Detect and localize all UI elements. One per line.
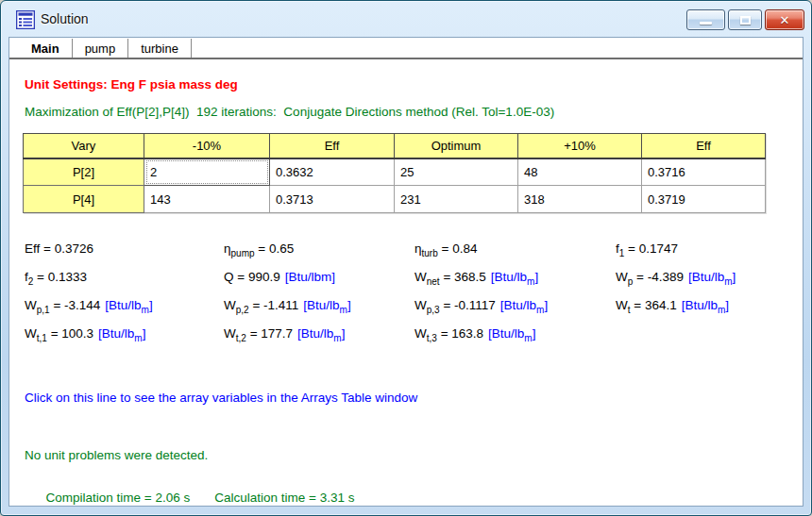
variable-name: Wp,3	[414, 298, 440, 312]
table-cell[interactable]: 0.3719	[642, 186, 766, 213]
variable-unit: [Btu/lbm]	[105, 298, 152, 312]
table-header-cell-3: Optimum	[395, 134, 518, 158]
table-cell[interactable]: 143	[144, 186, 270, 213]
table-cell[interactable]: 48	[518, 158, 642, 186]
table-header-cell-4: +10%	[518, 134, 642, 158]
variable-unit: [Btu/lbm]	[500, 298, 548, 312]
variables-grid: Eff = 0.3726ηpump = 0.65ηturb = 0.84f1 =…	[25, 241, 736, 355]
variable-name: Wp,2	[224, 298, 249, 312]
variable-name: Wnet	[414, 270, 440, 284]
tab-pump[interactable]: pump	[73, 39, 129, 58]
row-label-cell[interactable]: P[4]	[24, 186, 144, 213]
unit-settings-line: Unit Settings: Eng F psia mass deg	[25, 77, 238, 92]
variable-unit: [Btu/lbm]	[303, 298, 350, 312]
title-bar[interactable]: Solution ✕	[1, 1, 811, 37]
minimize-button[interactable]	[686, 9, 725, 30]
variable-unit: [Btu/lbm]	[285, 270, 335, 284]
variable-value: Wt,3 = 163.8[Btu/lbm]	[414, 326, 616, 355]
variable-value: Wt,1 = 100.3[Btu/lbm]	[25, 326, 224, 355]
unit-check-line: No unit problems were detected.	[25, 448, 208, 462]
close-button[interactable]: ✕	[765, 9, 804, 30]
variable-unit: [Btu/lbm]	[488, 326, 535, 341]
minimize-icon	[700, 22, 712, 25]
variable-name: ηpump	[224, 241, 255, 256]
variable-unit: [Btu/lbm]	[98, 326, 145, 341]
table-cell[interactable]: 2	[144, 158, 270, 186]
variable-value: Wp,1 = -3.144[Btu/lbm]	[25, 298, 224, 326]
table-header-cell-5: Eff	[642, 134, 766, 158]
variable-name: Wp	[616, 270, 633, 284]
variable-name: Wt,1	[25, 326, 47, 341]
arrays-table-link[interactable]: Click on this line to see the array vari…	[25, 391, 417, 405]
compilation-time: Compilation time = 2.06 s	[46, 491, 191, 505]
variable-value: ηpump = 0.65	[224, 241, 414, 270]
table-header-cell-2: Eff	[270, 134, 395, 158]
table-row: P[4]1430.37132313180.3719	[24, 186, 766, 213]
variable-value: f1 = 0.1747	[616, 241, 736, 270]
calculation-time: Calculation time = 3.31 s	[214, 491, 354, 505]
variable-empty	[616, 326, 736, 355]
timing-line: Compilation time = 2.06 sCalculation tim…	[25, 476, 354, 507]
maximize-button[interactable]	[728, 9, 762, 30]
tab-main[interactable]: Main	[19, 39, 73, 58]
solution-table-icon	[16, 10, 35, 29]
variable-name: Wp,1	[25, 298, 50, 312]
table-cell[interactable]: 318	[518, 186, 642, 213]
variable-value: Wp,2 = -1.411[Btu/lbm]	[224, 298, 414, 326]
variable-name: Wt,2	[224, 326, 246, 341]
window-title: Solution	[41, 11, 89, 26]
table-header-row: Vary-10%EffOptimum+10%Eff	[24, 134, 766, 158]
tab-turbine[interactable]: turbine	[128, 39, 192, 58]
maximize-icon	[740, 16, 751, 25]
table-row: P[2]20.363225480.3716	[24, 158, 766, 186]
variable-name: ηturb	[414, 241, 438, 256]
optimization-summary-line: Maximization of Eff(P[2],P[4]) 192 itera…	[25, 105, 554, 119]
table-cell[interactable]: 0.3632	[270, 158, 395, 186]
close-icon: ✕	[780, 14, 790, 26]
variable-value: ηturb = 0.84	[414, 241, 616, 270]
variable-name: Wt,3	[414, 326, 437, 341]
client-area: Mainpumpturbine Unit Settings: Eng F psi…	[8, 37, 804, 507]
variable-name: Wt	[616, 298, 631, 312]
variable-value: Q = 990.9[Btu/lbm]	[224, 270, 414, 298]
table-cell[interactable]: 0.3716	[642, 158, 766, 186]
variable-value: Wp = -4.389[Btu/lbm]	[616, 270, 736, 298]
variable-value: Wnet = 368.5[Btu/lbm]	[414, 270, 616, 298]
table-cell[interactable]: 25	[395, 158, 518, 186]
optimization-table: Vary-10%EffOptimum+10%Eff P[2]20.3632254…	[23, 133, 766, 213]
tab-bar: Mainpumpturbine	[9, 38, 803, 59]
variable-value: Eff = 0.3726	[25, 241, 224, 270]
table-header-cell-0: Vary	[24, 134, 144, 158]
variable-value: f2 = 0.1333	[25, 270, 224, 298]
variable-name: f2	[25, 270, 33, 284]
variable-value: Wp,3 = -0.1117[Btu/lbm]	[414, 298, 616, 326]
variable-unit: [Btu/lbm]	[682, 298, 729, 312]
solution-window: Solution ✕ Mainpumpturbine Unit Settings…	[0, 0, 812, 516]
variable-unit: [Btu/lbm]	[297, 326, 345, 341]
table-cell[interactable]: 0.3713	[270, 186, 395, 213]
variable-value: Wt,2 = 177.7[Btu/lbm]	[224, 326, 414, 355]
variable-value: Wt = 364.1[Btu/lbm]	[616, 298, 736, 326]
variable-unit: [Btu/lbm]	[491, 270, 538, 284]
variable-unit: [Btu/lbm]	[688, 270, 736, 284]
table-cell[interactable]: 231	[395, 186, 518, 213]
variable-name: Q	[224, 270, 234, 284]
variable-name: Eff	[25, 241, 40, 256]
row-label-cell[interactable]: P[2]	[24, 158, 144, 186]
variable-name: f1	[616, 241, 624, 256]
table-header-cell-1: -10%	[144, 134, 270, 158]
